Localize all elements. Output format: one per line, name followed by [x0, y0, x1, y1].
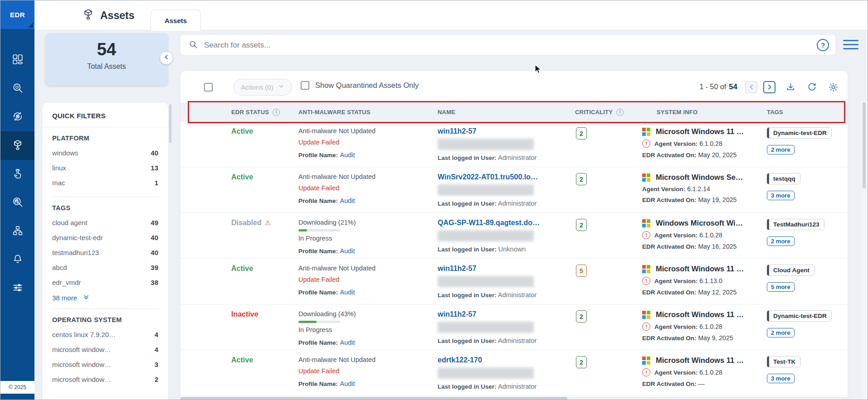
- filter-item[interactable]: testmadhuri123 40: [52, 245, 158, 260]
- more-tags-pill[interactable]: 2 more: [767, 145, 795, 154]
- agent-version-label: Agent Version:: [654, 232, 697, 239]
- collapse-panel-button[interactable]: [160, 51, 173, 65]
- agent-warning-icon[interactable]: !: [642, 231, 650, 239]
- asset-name-link[interactable]: WinSrv2022-AT01.tru500.lo…: [438, 173, 538, 181]
- filter-item[interactable]: mac 1: [52, 175, 158, 190]
- help-icon[interactable]: ?: [817, 39, 829, 51]
- system-info-cell: Microsoft Windows 11 … ! Agent Version: …: [642, 259, 767, 304]
- total-assets-label: Total Assets: [45, 63, 168, 71]
- sidebar-item-dashboard[interactable]: [0, 46, 34, 74]
- anti-malware-substatus: Update Failed: [298, 184, 438, 192]
- asset-name-link[interactable]: win11h2-57: [438, 127, 476, 135]
- bell-icon: [12, 253, 24, 267]
- sidebar-item-assets[interactable]: [0, 131, 34, 160]
- filter-item[interactable]: abcd 39: [52, 260, 158, 275]
- info-icon[interactable]: i: [616, 109, 624, 116]
- anti-malware-cell: Anti-malware Not Updated Update Failed P…: [298, 259, 438, 304]
- profile-name-label: Profile Name:: [298, 152, 338, 159]
- more-tags-pill[interactable]: 2 more: [767, 236, 795, 246]
- filter-section-title: OPERATING SYSTEM: [52, 316, 158, 323]
- select-all-checkbox[interactable]: [204, 83, 213, 92]
- filter-item[interactable]: centos linux 7.9.20… 4: [52, 327, 158, 342]
- sidebar-item-rules[interactable]: [0, 160, 34, 188]
- tag-pill[interactable]: Dynamic-test-EDR: [767, 310, 832, 322]
- actions-button[interactable]: Actions (0): [233, 79, 292, 96]
- profile-link[interactable]: Audit: [340, 197, 355, 204]
- hamburger-icon[interactable]: [843, 40, 858, 49]
- tag-pill[interactable]: Dynamic-test-EDR: [767, 127, 832, 139]
- last-user-label: Last logged in User:: [438, 383, 497, 390]
- windows-logo-icon: [642, 311, 650, 319]
- more-tags-pill[interactable]: 2 more: [767, 328, 795, 337]
- prev-page-button[interactable]: [745, 81, 757, 93]
- filter-item[interactable]: dynamic-test-edr 40: [52, 230, 158, 245]
- profile-link[interactable]: Audit: [340, 339, 355, 346]
- system-info-cell: Microsoft Windows 11 … ! Agent Version: …: [642, 121, 767, 167]
- last-user-value: Administrator: [498, 337, 536, 344]
- column-header-edr-status[interactable]: EDR STATUSi: [231, 109, 298, 116]
- profile-link[interactable]: Audit: [340, 247, 355, 255]
- agent-warning-icon[interactable]: !: [642, 323, 650, 331]
- tag-pill[interactable]: Test-TK: [767, 356, 800, 367]
- sidebar-item-investigate[interactable]: [0, 188, 34, 217]
- agent-warning-icon[interactable]: !: [642, 140, 650, 148]
- horizontal-scrollbar[interactable]: [180, 397, 848, 400]
- sidebar-item-response[interactable]: [0, 103, 34, 131]
- column-header-name[interactable]: NAME: [438, 109, 575, 116]
- anti-malware-status: Anti-malware Not Updated: [298, 127, 438, 135]
- tag-pill[interactable]: Cloud Agent: [767, 265, 814, 276]
- vertical-scrollbar[interactable]: [861, 101, 867, 399]
- sidebar-item-configuration[interactable]: [0, 274, 34, 303]
- sidebar-item-topology[interactable]: [0, 217, 34, 246]
- info-icon[interactable]: i: [273, 109, 280, 116]
- sidebar-item-alerts[interactable]: [0, 246, 34, 274]
- download-icon[interactable]: [784, 81, 797, 93]
- refresh-icon[interactable]: [805, 81, 818, 93]
- asset-name-link[interactable]: edrtk122-170: [438, 356, 482, 364]
- sidebar-item-hunting[interactable]: [0, 74, 34, 103]
- name-cell: win11h2-57 Last logged in User: Administ…: [438, 121, 575, 167]
- last-user-label: Last logged in User:: [438, 292, 497, 299]
- sidebar: EDR: [0, 0, 34, 400]
- search-input[interactable]: [204, 41, 810, 50]
- filter-item[interactable]: microsoft window… 2: [52, 372, 158, 387]
- filter-item[interactable]: windows 40: [52, 145, 158, 160]
- windows-logo-icon: [642, 357, 650, 365]
- quarantine-checkbox[interactable]: [301, 81, 309, 90]
- agent-version-value: 6.1.2.14: [687, 185, 710, 193]
- criticality-badge: 2: [576, 127, 587, 140]
- filter-item[interactable]: microsoft window… 4: [52, 342, 158, 357]
- asset-name-link[interactable]: win11h2-57: [438, 265, 476, 273]
- tags-cell: Test-TK 3 more: [767, 350, 848, 395]
- edr-status: Disabled: [231, 219, 262, 227]
- filter-item[interactable]: microsoft window… 3: [52, 357, 158, 372]
- column-header-criticality[interactable]: CRITICALITYi: [575, 109, 642, 116]
- next-page-button[interactable]: [763, 81, 775, 93]
- column-header-system-info[interactable]: SYSTEM INFO: [642, 109, 767, 116]
- page-title: Assets: [82, 0, 134, 30]
- tag-pill[interactable]: TestMadhuri123: [767, 219, 824, 230]
- profile-link[interactable]: Audit: [340, 289, 355, 296]
- filter-item[interactable]: cloud agent 49: [52, 215, 158, 230]
- filter-item[interactable]: edr_vmdr 38: [52, 275, 158, 290]
- edr-activated-label: EDR Activated On:: [642, 381, 697, 387]
- more-tags-pill[interactable]: 5 more: [767, 282, 795, 292]
- tag-pill[interactable]: testqqq: [767, 173, 800, 184]
- tab-assets[interactable]: Assets: [151, 10, 201, 31]
- agent-warning-icon[interactable]: !: [642, 368, 650, 376]
- filters-scrollbar[interactable]: [169, 104, 171, 143]
- profile-link[interactable]: Audit: [340, 151, 355, 159]
- more-tags-pill[interactable]: 3 more: [767, 374, 795, 383]
- asset-name-link[interactable]: QAG-SP-W11-89.qagtest.do…: [438, 219, 540, 227]
- profile-link[interactable]: Audit: [340, 380, 355, 387]
- filter-item[interactable]: linux 13: [52, 160, 158, 175]
- gear-icon[interactable]: [827, 81, 839, 93]
- column-header-anti-malware[interactable]: ANTI-MALWARE STATUS: [298, 109, 438, 116]
- show-more-link[interactable]: 38 more: [52, 290, 158, 302]
- asset-name-link[interactable]: win11h2-57: [438, 310, 476, 318]
- windows-logo-icon: [642, 128, 650, 136]
- more-tags-pill[interactable]: 3 more: [767, 191, 795, 200]
- column-header-tags[interactable]: TAGS: [767, 109, 848, 116]
- pagination: 1 - 50 of54: [699, 71, 839, 103]
- agent-warning-icon[interactable]: !: [642, 277, 650, 285]
